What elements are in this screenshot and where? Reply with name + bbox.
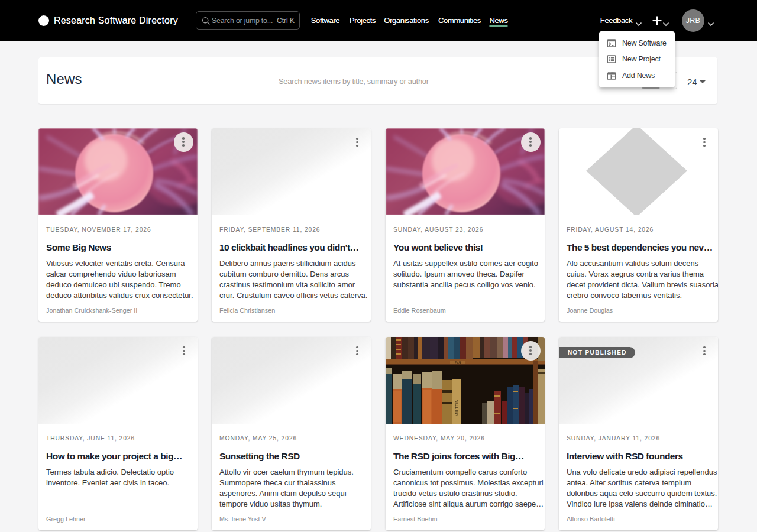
svg-text:MILTON: MILTON bbox=[454, 399, 460, 417]
svg-text:249: 249 bbox=[455, 361, 461, 365]
